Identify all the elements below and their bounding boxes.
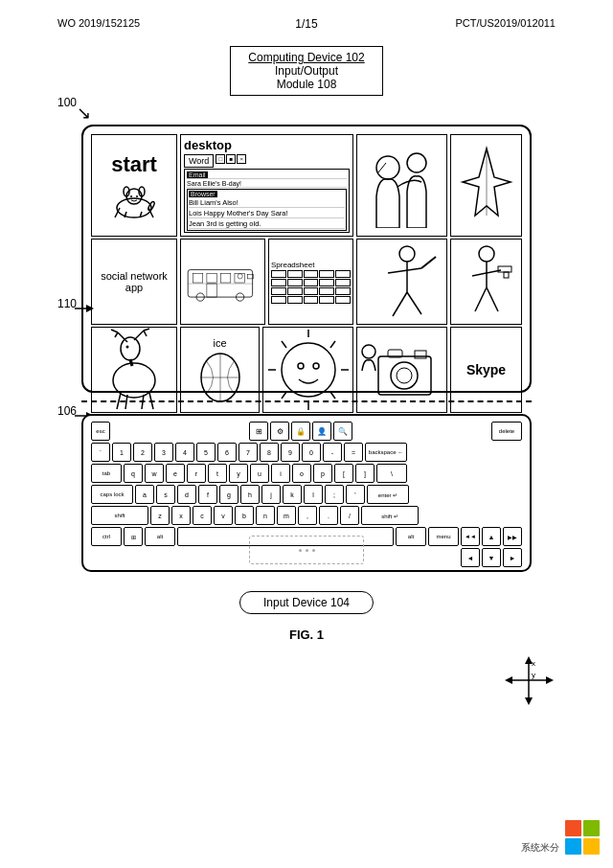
gun-cell bbox=[450, 239, 522, 325]
v-key[interactable]: v bbox=[214, 506, 233, 525]
r-key[interactable]: r bbox=[187, 464, 206, 483]
x-key[interactable]: x bbox=[171, 506, 191, 525]
comma-key[interactable]: , bbox=[298, 506, 317, 525]
lock-key[interactable]: 🔒 bbox=[291, 422, 310, 441]
camera-icon bbox=[359, 328, 445, 412]
slash-key[interactable]: / bbox=[340, 506, 359, 525]
ctrl-key[interactable]: ctrl bbox=[91, 527, 122, 546]
ss-cell bbox=[271, 279, 286, 286]
svg-line-41 bbox=[115, 332, 118, 337]
semicolon-key[interactable]: ; bbox=[325, 485, 344, 504]
person-key[interactable]: 👤 bbox=[312, 422, 331, 441]
ss-cell bbox=[304, 270, 319, 278]
alt-left-key[interactable]: alt bbox=[145, 527, 175, 546]
enter-key[interactable]: enter ↵ bbox=[367, 485, 409, 504]
down-arrow-key[interactable]: ▼ bbox=[482, 548, 501, 567]
j-key[interactable]: j bbox=[261, 485, 281, 504]
dog-icon bbox=[105, 181, 163, 219]
delete-key[interactable]: delete bbox=[491, 422, 522, 441]
svg-line-31 bbox=[421, 257, 436, 268]
key-3[interactable]: 3 bbox=[154, 443, 173, 462]
right-arrow-key[interactable]: ► bbox=[503, 548, 522, 567]
i-key[interactable]: i bbox=[271, 464, 290, 483]
d-key[interactable]: d bbox=[177, 485, 196, 504]
n-key[interactable]: n bbox=[256, 506, 275, 525]
key-0[interactable]: 0 bbox=[302, 443, 321, 462]
windows-key[interactable]: ⊞ bbox=[124, 527, 143, 546]
key-7[interactable]: 7 bbox=[238, 443, 258, 462]
key-1[interactable]: 1 bbox=[112, 443, 131, 462]
backslash-key[interactable]: \ bbox=[376, 464, 407, 483]
social-network-cell[interactable]: social network app bbox=[91, 239, 177, 325]
prev-track-key[interactable]: ◄◄ bbox=[461, 527, 480, 546]
l-key[interactable]: l bbox=[304, 485, 323, 504]
g-key[interactable]: g bbox=[219, 485, 238, 504]
k-key[interactable]: k bbox=[283, 485, 302, 504]
h-key[interactable]: h bbox=[240, 485, 260, 504]
caps-lock-key[interactable]: caps lock bbox=[91, 485, 133, 504]
o-key[interactable]: o bbox=[292, 464, 311, 483]
svg-point-46 bbox=[113, 363, 155, 398]
jean-msg: Jean 3rd is getting old. bbox=[189, 219, 261, 228]
touchpad[interactable] bbox=[249, 536, 364, 564]
u-key[interactable]: u bbox=[250, 464, 269, 483]
e-key[interactable]: e bbox=[166, 464, 185, 483]
touchpad-dot bbox=[312, 549, 315, 552]
word-box: Word bbox=[184, 154, 214, 168]
quote-key[interactable]: ' bbox=[346, 485, 365, 504]
key-8[interactable]: 8 bbox=[260, 443, 279, 462]
svg-line-40 bbox=[111, 330, 118, 332]
menu-key[interactable]: menu bbox=[428, 527, 459, 546]
social-network-text: social network app bbox=[96, 270, 172, 293]
shift-left-key[interactable]: shift bbox=[91, 506, 148, 525]
keyboard-device: esc ⊞ ⚙ 🔒 👤 🔍 delete ` 1 2 3 4 5 6 7 8 9 bbox=[81, 414, 532, 572]
minus-key[interactable]: - bbox=[323, 443, 342, 462]
windows-logo bbox=[565, 820, 600, 855]
dashed-separator bbox=[81, 400, 532, 402]
t-key[interactable]: t bbox=[208, 464, 227, 483]
left-arrow-key[interactable]: ◄ bbox=[461, 548, 480, 567]
touchpad-dot bbox=[306, 549, 308, 552]
key-9[interactable]: 9 bbox=[281, 443, 300, 462]
svg-marker-74 bbox=[86, 305, 94, 312]
w-key[interactable]: w bbox=[145, 464, 164, 483]
ss-cell bbox=[319, 270, 334, 278]
ss-cell bbox=[304, 287, 319, 295]
patent-number-left: WO 2019/152125 bbox=[57, 17, 140, 29]
lbracket-key[interactable]: [ bbox=[334, 464, 353, 483]
f-key[interactable]: f bbox=[198, 485, 217, 504]
alt-right-key[interactable]: alt bbox=[396, 527, 426, 546]
next-track-key[interactable]: ▶▶ bbox=[503, 527, 522, 546]
lois-msg: Lois Happy Mother's Day Sara! bbox=[189, 209, 288, 217]
s-key[interactable]: s bbox=[156, 485, 175, 504]
desktop-cell[interactable]: desktop Word □ ■ × Email Sara Ellie's B-… bbox=[180, 134, 353, 237]
key-6[interactable]: 6 bbox=[217, 443, 237, 462]
backtick-key[interactable]: ` bbox=[91, 443, 110, 462]
c-key[interactable]: c bbox=[193, 506, 212, 525]
svg-line-58 bbox=[330, 341, 335, 348]
m-key[interactable]: m bbox=[277, 506, 296, 525]
backspace-key[interactable]: backspace ← bbox=[365, 443, 407, 462]
y-key[interactable]: y bbox=[229, 464, 248, 483]
settings-key[interactable]: ⚙ bbox=[270, 422, 289, 441]
ss-cell bbox=[335, 296, 351, 304]
z-key[interactable]: z bbox=[150, 506, 170, 525]
period-key[interactable]: . bbox=[319, 506, 338, 525]
key-5[interactable]: 5 bbox=[196, 443, 216, 462]
start-cell[interactable]: start bbox=[91, 134, 177, 237]
equals-key[interactable]: = bbox=[344, 443, 363, 462]
tab-key[interactable]: tab bbox=[91, 464, 122, 483]
deer-icon bbox=[94, 328, 175, 412]
p-key[interactable]: p bbox=[313, 464, 332, 483]
q-key[interactable]: q bbox=[124, 464, 143, 483]
windows-key-fn[interactable]: ⊞ bbox=[249, 422, 268, 441]
rbracket-key[interactable]: ] bbox=[355, 464, 375, 483]
shift-right-key[interactable]: shift ↵ bbox=[361, 506, 419, 525]
key-2[interactable]: 2 bbox=[133, 443, 152, 462]
key-4[interactable]: 4 bbox=[175, 443, 194, 462]
up-arrow-key[interactable]: ▲ bbox=[482, 527, 501, 546]
b-key[interactable]: b bbox=[235, 506, 254, 525]
a-key[interactable]: a bbox=[135, 485, 154, 504]
search-key[interactable]: 🔍 bbox=[333, 422, 352, 441]
esc-key[interactable]: esc bbox=[91, 422, 110, 441]
